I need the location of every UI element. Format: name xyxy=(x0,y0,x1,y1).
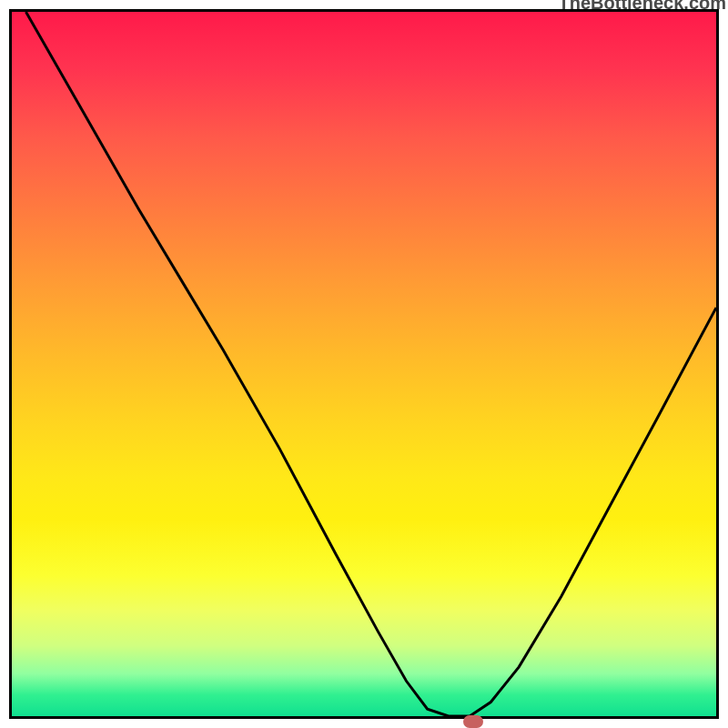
minimum-marker xyxy=(463,715,483,728)
bottleneck-curve xyxy=(25,12,716,716)
chart-frame xyxy=(9,9,719,719)
watermark-text: TheBottleneck.com xyxy=(559,0,726,14)
chart-line-svg xyxy=(12,12,716,716)
